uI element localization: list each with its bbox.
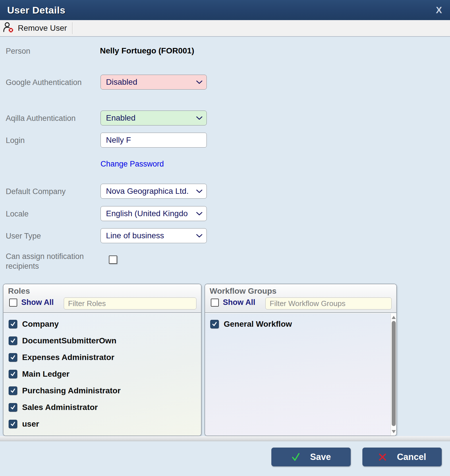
role-item[interactable]: Main Ledger bbox=[3, 366, 201, 382]
login-input[interactable] bbox=[101, 133, 207, 148]
role-checkbox[interactable] bbox=[9, 353, 17, 362]
default-company-select[interactable]: Nova Geographica Ltd. bbox=[101, 184, 207, 199]
workflow-show-all-label[interactable]: Show All bbox=[223, 298, 255, 307]
workflow-label: General Workflow bbox=[224, 320, 292, 329]
person-value: Nelly Fortuego (FOR001) bbox=[100, 46, 194, 55]
workflow-checkbox[interactable] bbox=[210, 320, 219, 328]
google-auth-select[interactable]: Disabled bbox=[101, 75, 207, 90]
role-item[interactable]: Sales Administrator bbox=[3, 399, 201, 416]
scroll-down-icon[interactable] bbox=[392, 430, 396, 433]
locale-select[interactable]: English (United Kingdo bbox=[101, 206, 207, 221]
dialog-titlebar: User Details X bbox=[0, 0, 450, 20]
cancel-x-icon bbox=[378, 452, 387, 462]
roles-panel: Roles Show All Company DocumentSubmitter… bbox=[3, 284, 202, 436]
panels-bottom-border bbox=[0, 436, 450, 441]
role-checkbox[interactable] bbox=[9, 420, 17, 428]
role-item[interactable]: user bbox=[3, 416, 201, 432]
workflow-list: General Workflow bbox=[205, 314, 396, 436]
roles-show-all-label[interactable]: Show All bbox=[21, 298, 54, 307]
close-button[interactable]: X bbox=[436, 5, 442, 15]
save-button[interactable]: Save bbox=[271, 448, 351, 466]
workflow-filter-input[interactable] bbox=[265, 297, 392, 309]
chevron-down-icon bbox=[196, 80, 202, 84]
can-assign-label: Can assign notification recipients bbox=[6, 251, 95, 271]
role-label: Purchasing Administrator bbox=[22, 386, 121, 395]
user-type-label: User Type bbox=[6, 232, 41, 241]
role-item[interactable]: Company bbox=[3, 316, 201, 332]
toolbar-separator bbox=[72, 22, 73, 34]
chevron-down-icon bbox=[196, 116, 202, 120]
roles-filter-input[interactable] bbox=[64, 297, 196, 309]
cancel-button[interactable]: Cancel bbox=[362, 448, 442, 466]
person-label: Person bbox=[6, 47, 30, 56]
save-label: Save bbox=[310, 452, 331, 462]
dialog-title: User Details bbox=[7, 5, 65, 16]
chevron-down-icon bbox=[196, 189, 202, 193]
roles-show-all-checkbox[interactable] bbox=[9, 299, 17, 307]
google-auth-label: Google Authentication bbox=[6, 78, 82, 87]
can-assign-checkbox[interactable] bbox=[109, 256, 117, 264]
vertical-scrollbar[interactable] bbox=[391, 314, 396, 436]
aqilla-auth-value: Enabled bbox=[106, 113, 194, 123]
save-check-icon bbox=[291, 452, 300, 462]
role-label: Expenses Administrator bbox=[22, 353, 114, 362]
role-label: Main Ledger bbox=[22, 369, 69, 379]
chevron-down-icon bbox=[196, 234, 202, 238]
aqilla-auth-select[interactable]: Enabled bbox=[101, 111, 207, 125]
user-type-value: Line of business bbox=[106, 231, 194, 240]
role-item[interactable]: DocumentSubmitterOwn bbox=[3, 332, 201, 349]
user-type-select[interactable]: Line of business bbox=[101, 228, 207, 243]
workflow-groups-panel: Workflow Groups Show All General Workflo… bbox=[204, 284, 397, 436]
locale-value: English (United Kingdo bbox=[106, 209, 194, 218]
role-checkbox[interactable] bbox=[9, 386, 17, 395]
roles-panel-header: Roles Show All bbox=[3, 284, 201, 313]
roles-list: Company DocumentSubmitterOwn Expenses Ad… bbox=[3, 314, 201, 436]
role-label: user bbox=[22, 419, 39, 429]
toolbar: Remove User bbox=[0, 20, 450, 37]
login-label: Login bbox=[6, 136, 25, 145]
remove-user-icon bbox=[3, 22, 14, 35]
google-auth-value: Disabled bbox=[106, 78, 194, 87]
aqilla-auth-label: Aqilla Authentication bbox=[6, 114, 76, 123]
role-checkbox[interactable] bbox=[9, 370, 17, 378]
workflow-item[interactable]: General Workflow bbox=[205, 316, 396, 332]
locale-label: Locale bbox=[6, 210, 29, 218]
user-details-dialog: User Details X Remove User Person Nelly … bbox=[0, 0, 450, 476]
chevron-down-icon bbox=[196, 212, 202, 216]
role-checkbox[interactable] bbox=[9, 336, 17, 345]
role-item[interactable]: Expenses Administrator bbox=[3, 349, 201, 366]
cancel-label: Cancel bbox=[397, 452, 426, 462]
role-label: DocumentSubmitterOwn bbox=[22, 336, 116, 345]
role-label: Company bbox=[22, 320, 59, 329]
default-company-value: Nova Geographica Ltd. bbox=[106, 187, 194, 196]
scroll-up-icon[interactable] bbox=[392, 316, 396, 319]
role-item[interactable]: Purchasing Administrator bbox=[3, 382, 201, 399]
workflow-show-all-checkbox[interactable] bbox=[211, 299, 219, 307]
workflow-panel-title: Workflow Groups bbox=[210, 287, 392, 296]
change-password-link[interactable]: Change Password bbox=[101, 160, 164, 169]
remove-user-label: Remove User bbox=[18, 24, 67, 33]
role-checkbox[interactable] bbox=[9, 403, 17, 412]
workflow-panel-header: Workflow Groups Show All bbox=[205, 284, 396, 313]
role-label: Sales Administrator bbox=[22, 403, 98, 412]
default-company-label: Default Company bbox=[6, 187, 66, 196]
role-checkbox[interactable] bbox=[9, 320, 17, 328]
remove-user-button[interactable]: Remove User bbox=[0, 20, 71, 36]
roles-panel-title: Roles bbox=[8, 287, 196, 296]
scrollbar-thumb[interactable] bbox=[392, 321, 396, 426]
